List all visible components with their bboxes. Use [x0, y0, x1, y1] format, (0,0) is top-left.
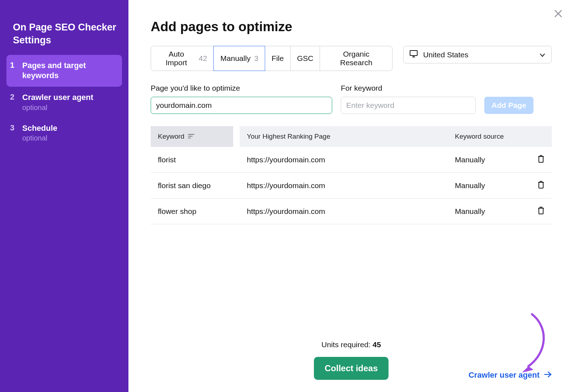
step-sublabel: optional: [22, 104, 93, 112]
page-field-label: Page you'd like to optimize: [151, 84, 332, 92]
delete-row-button[interactable]: [530, 199, 552, 224]
tab-label: File: [272, 54, 284, 63]
step-label: Crawler user agent: [22, 92, 93, 103]
add-form-row: Page you'd like to optimize For keyword …: [151, 84, 552, 114]
top-controls-row: Auto Import 42 Manually 3 File GSC Organ…: [151, 46, 552, 71]
country-select[interactable]: United States: [403, 46, 552, 63]
svg-rect-2: [410, 51, 417, 56]
cell-keyword: florist: [151, 147, 240, 173]
step-number: 2: [10, 92, 17, 112]
next-step-label: Crawler user agent: [469, 371, 540, 380]
tab-label: Organic Research: [326, 50, 386, 67]
step-label: Schedule: [22, 123, 57, 134]
app-root: On Page SEO Checker Settings 1 Pages and…: [0, 0, 574, 392]
col-header-source[interactable]: Keyword source: [448, 126, 530, 147]
col-header-page[interactable]: Your Highest Ranking Page: [240, 126, 448, 147]
chevron-down-icon: [539, 52, 546, 58]
step-list: 1 Pages and target keywords 2 Crawler us…: [6, 55, 122, 148]
page-field: Page you'd like to optimize: [151, 84, 332, 114]
import-mode-tabs: Auto Import 42 Manually 3 File GSC Organ…: [151, 46, 392, 71]
tab-manually[interactable]: Manually 3: [213, 46, 265, 71]
cell-page: https://yourdomain.com: [240, 147, 448, 173]
col-header-keyword[interactable]: Keyword: [151, 126, 233, 147]
step-sublabel: optional: [22, 134, 57, 142]
page-url-input[interactable]: [151, 97, 332, 114]
cell-keyword: florist san diego: [151, 173, 240, 199]
step-schedule[interactable]: 3 Schedule optional: [6, 118, 122, 148]
cell-page: https://yourdomain.com: [240, 199, 448, 224]
tab-badge: 42: [199, 54, 207, 63]
sidebar-title: On Page SEO Checker Settings: [13, 21, 122, 47]
keyword-field: For keyword: [341, 84, 476, 114]
annotation-arrow-icon: [518, 312, 550, 377]
cell-page: https://yourdomain.com: [240, 173, 448, 199]
tab-file[interactable]: File: [265, 46, 291, 71]
tab-label: GSC: [297, 54, 314, 63]
step-crawler-user-agent[interactable]: 2 Crawler user agent optional: [6, 87, 122, 118]
tab-label: Manually: [220, 54, 250, 63]
cell-keyword: flower shop: [151, 199, 240, 224]
close-button[interactable]: [552, 9, 564, 20]
units-value: 45: [373, 340, 381, 349]
units-label: Units required:: [321, 340, 372, 349]
keywords-table: Keyword Your Highest Ranking Page Keywor…: [151, 126, 552, 224]
tab-auto-import[interactable]: Auto Import 42: [151, 46, 214, 71]
units-required: Units required: 45: [321, 340, 381, 349]
tab-badge: 3: [254, 54, 258, 63]
keyword-input[interactable]: [341, 97, 476, 114]
trash-icon: [537, 182, 545, 190]
arrow-right-icon: [544, 371, 552, 380]
table-row: flower shop https://yourdomain.com Manua…: [151, 199, 552, 224]
step-number: 3: [10, 123, 17, 143]
delete-row-button[interactable]: [530, 147, 552, 173]
cell-source: Manually: [448, 147, 530, 173]
footer-bar: Units required: 45 Collect ideas Crawler…: [151, 371, 552, 380]
trash-icon: [537, 207, 545, 216]
next-step-link[interactable]: Crawler user agent: [469, 371, 552, 380]
tab-label: Auto Import: [157, 50, 195, 67]
col-header-label: Keyword: [158, 133, 184, 140]
tab-gsc[interactable]: GSC: [290, 46, 320, 71]
table-row: florist https://yourdomain.com Manually: [151, 147, 552, 173]
cell-source: Manually: [448, 199, 530, 224]
step-pages-keywords[interactable]: 1 Pages and target keywords: [6, 55, 122, 87]
settings-sidebar: On Page SEO Checker Settings 1 Pages and…: [0, 0, 128, 392]
delete-row-button[interactable]: [530, 173, 552, 199]
cell-source: Manually: [448, 173, 530, 199]
trash-icon: [537, 156, 545, 164]
country-label: United States: [423, 51, 468, 59]
desktop-icon: [409, 50, 418, 59]
main-panel: Add pages to optimize Auto Import 42 Man…: [128, 0, 574, 392]
step-label: Pages and target keywords: [22, 61, 116, 81]
page-title: Add pages to optimize: [151, 19, 552, 34]
keyword-field-label: For keyword: [341, 84, 476, 92]
close-icon: [554, 9, 563, 20]
step-number: 1: [10, 61, 17, 81]
collect-ideas-button[interactable]: Collect ideas: [314, 357, 389, 380]
tab-organic-research[interactable]: Organic Research: [320, 46, 392, 71]
table-row: florist san diego https://yourdomain.com…: [151, 173, 552, 199]
sort-icon: [188, 133, 194, 140]
add-page-button[interactable]: Add Page: [484, 97, 533, 114]
footer-center: Units required: 45 Collect ideas: [314, 340, 389, 380]
